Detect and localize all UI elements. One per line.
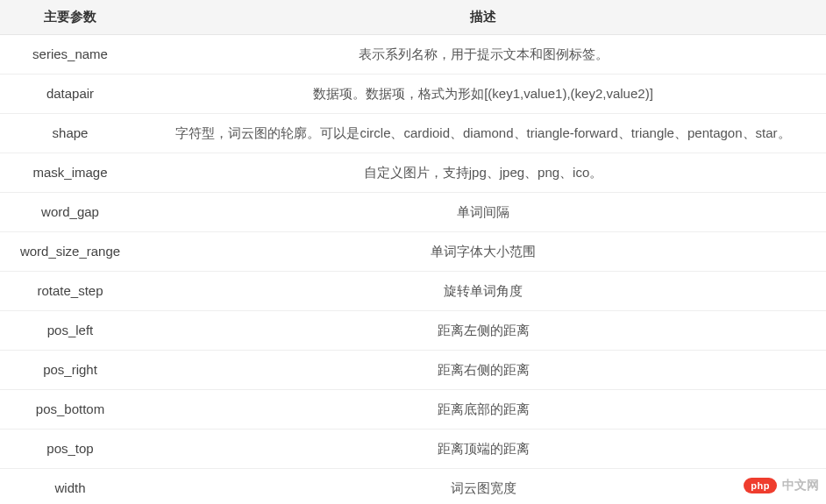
cell-desc: 距离顶端的距离 [140, 429, 826, 469]
cell-param: pos_bottom [0, 390, 140, 429]
table-row: pos_left 距离左侧的距离 [0, 311, 826, 351]
table-row: datapair 数据项。数据项，格式为形如[(key1,value1),(ke… [0, 75, 826, 114]
cell-desc: 表示系列名称，用于提示文本和图例标签。 [140, 35, 826, 75]
cell-param: rotate_step [0, 272, 140, 311]
table-row: pos_bottom 距离底部的距离 [0, 390, 826, 429]
table-header-row: 主要参数 描述 [0, 0, 826, 35]
cell-param: word_gap [0, 193, 140, 232]
cell-desc: 自定义图片，支持jpg、jpeg、png、ico。 [140, 153, 826, 193]
cell-param: shape [0, 114, 140, 153]
cell-desc: 旋转单词角度 [140, 272, 826, 311]
table-row: word_size_range 单词字体大小范围 [0, 232, 826, 272]
cell-desc: 单词字体大小范围 [140, 232, 826, 272]
table-row: word_gap 单词间隔 [0, 193, 826, 232]
cell-param: pos_top [0, 429, 140, 469]
table-row: pos_top 距离顶端的距离 [0, 429, 826, 469]
header-desc: 描述 [140, 0, 826, 35]
cell-param: word_size_range [0, 232, 140, 272]
table-row: shape 字符型，词云图的轮廓。可以是circle、cardioid、diam… [0, 114, 826, 153]
table-row: width 词云图宽度 [0, 469, 826, 505]
cell-param: datapair [0, 75, 140, 114]
cell-desc: 距离右侧的距离 [140, 351, 826, 390]
cell-desc: 词云图宽度 [140, 469, 826, 505]
cell-param: series_name [0, 35, 140, 75]
cell-desc: 距离左侧的距离 [140, 311, 826, 351]
params-table: 主要参数 描述 series_name 表示系列名称，用于提示文本和图例标签。 … [0, 0, 826, 504]
cell-param: mask_image [0, 153, 140, 193]
table-row: mask_image 自定义图片，支持jpg、jpeg、png、ico。 [0, 153, 826, 193]
cell-param: pos_right [0, 351, 140, 390]
header-param: 主要参数 [0, 0, 140, 35]
cell-param: pos_left [0, 311, 140, 351]
cell-param: width [0, 469, 140, 505]
cell-desc: 数据项。数据项，格式为形如[(key1,value1),(key2,value2… [140, 75, 826, 114]
cell-desc: 字符型，词云图的轮廓。可以是circle、cardioid、diamond、tr… [140, 114, 826, 153]
cell-desc: 距离底部的距离 [140, 390, 826, 429]
table-row: pos_right 距离右侧的距离 [0, 351, 826, 390]
table-row: series_name 表示系列名称，用于提示文本和图例标签。 [0, 35, 826, 75]
cell-desc: 单词间隔 [140, 193, 826, 232]
table-row: rotate_step 旋转单词角度 [0, 272, 826, 311]
